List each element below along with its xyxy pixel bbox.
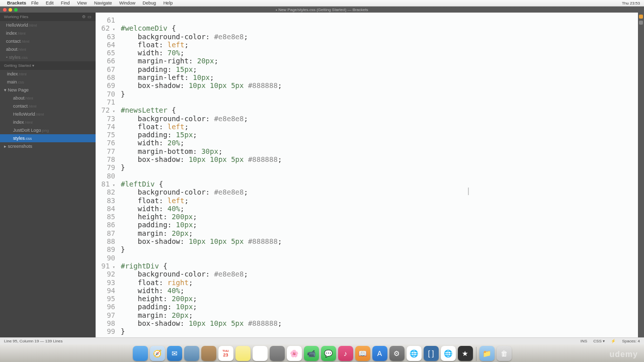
menu-items: File Edit Find View Navigate Window Debu… (31, 1, 179, 6)
working-file[interactable]: HelloWorld.html (0, 21, 96, 29)
window-title: • New Page/styles.css (Getting Started) … (276, 8, 368, 12)
code-area[interactable]: #welcomeDiv { background-color: #e8e8e8;… (121, 16, 639, 335)
working-files-header[interactable]: Working Files ⚙▭ (0, 13, 96, 21)
tree-item[interactable]: styles.css (0, 134, 96, 142)
menu-window[interactable]: Window (119, 1, 135, 6)
dock-ibooks[interactable]: 📖 (355, 346, 370, 361)
dock-notes[interactable] (235, 346, 251, 361)
dock-reminders[interactable] (253, 346, 268, 361)
tree-item[interactable]: main.css (0, 78, 96, 86)
working-file[interactable]: index.html (0, 29, 96, 37)
menu-navigate[interactable]: Navigate (94, 1, 112, 6)
right-toolbar (638, 13, 644, 337)
cursor-position[interactable]: Line 95, Column 19 — 139 Lines (4, 339, 63, 343)
close-button[interactable] (3, 8, 7, 12)
dock-brackets[interactable]: [ ] (424, 346, 439, 361)
dock: 🧭 ✉ THU23 🌸 📹 💬 ♪ 📖 A ⚙ 🌐 [ ] 🌐 ★ 📁 🗑 (0, 344, 644, 362)
menu-find[interactable]: Find (61, 1, 70, 6)
gear-icon[interactable]: ⚙ (82, 15, 86, 19)
menu-view[interactable]: View (77, 1, 87, 6)
text-cursor (468, 188, 469, 195)
minimize-button[interactable] (9, 8, 12, 12)
menu-debug[interactable]: Debug (143, 1, 156, 6)
dock-trash[interactable]: 🗑 (497, 346, 512, 361)
code-editor[interactable]: 6162 ▾63646566676869707172 ▾737475767778… (96, 13, 644, 337)
lint-icon[interactable]: ⚡ (611, 339, 616, 343)
dock-photos[interactable]: 🌸 (287, 346, 302, 361)
line-gutter[interactable]: 6162 ▾63646566676869707172 ▾737475767778… (96, 16, 118, 335)
indent-mode[interactable]: Spaces: 4 (622, 339, 640, 343)
statusbar: Line 95, Column 19 — 139 Lines INS CSS ▾… (0, 337, 644, 344)
dock-launchpad[interactable] (270, 346, 285, 361)
app-menu[interactable]: Brackets (7, 1, 26, 6)
working-file[interactable]: • styles.css (0, 53, 96, 61)
insert-mode[interactable]: INS (581, 339, 587, 343)
dock-preview[interactable] (184, 346, 199, 361)
dock-settings[interactable]: ⚙ (389, 346, 405, 361)
tree-item[interactable]: HelloWorld.html (0, 110, 96, 118)
dock-calendar[interactable]: THU23 (218, 346, 233, 361)
traffic-lights (3, 8, 18, 12)
language-mode[interactable]: CSS ▾ (593, 339, 605, 343)
menubar-status: Thu 23:53 (618, 1, 640, 6)
window-titlebar: • New Page/styles.css (Getting Started) … (0, 7, 644, 13)
dock-mail[interactable]: ✉ (167, 346, 182, 361)
dock-finder[interactable] (133, 346, 148, 361)
tree-item[interactable]: index.html (0, 70, 96, 78)
menu-help[interactable]: Help (164, 1, 173, 6)
dock-facetime[interactable]: 📹 (304, 346, 319, 361)
live-preview-icon[interactable] (639, 15, 643, 19)
dock-messages[interactable]: 💬 (321, 346, 336, 361)
mac-menubar: Brackets File Edit Find View Navigate Wi… (0, 0, 644, 7)
extensions-icon[interactable] (639, 21, 643, 25)
project-header[interactable]: Getting Started ▾ (0, 61, 96, 70)
tree-item[interactable]: JustDoIt Logo.png (0, 126, 96, 134)
dock-chrome-canary[interactable]: 🌐 (441, 346, 456, 361)
working-file[interactable]: about.html (0, 45, 96, 53)
dock-imovie[interactable]: ★ (458, 346, 473, 361)
tree-item[interactable]: ▸ screenshots (0, 142, 96, 150)
working-files-label: Working Files (4, 15, 28, 19)
watermark: udemy (609, 350, 638, 359)
menu-edit[interactable]: Edit (46, 1, 54, 6)
dock-itunes[interactable]: ♪ (338, 346, 353, 361)
tree-item[interactable]: contact.html (0, 102, 96, 110)
dock-downloads[interactable]: 📁 (479, 346, 495, 361)
dock-chrome[interactable]: 🌐 (407, 346, 422, 361)
tree-item[interactable]: ▾ New Page (0, 86, 96, 94)
sidebar: Working Files ⚙▭ HelloWorld.htmlindex.ht… (0, 13, 96, 337)
tree-item[interactable]: index.html (0, 118, 96, 126)
working-file[interactable]: contact.html (0, 37, 96, 45)
project-label: Getting Started ▾ (4, 63, 34, 68)
split-icon[interactable]: ▭ (88, 15, 92, 19)
dock-contacts[interactable] (201, 346, 216, 361)
dock-appstore[interactable]: A (372, 346, 387, 361)
dock-safari[interactable]: 🧭 (150, 346, 165, 361)
clock[interactable]: Thu 23:53 (622, 1, 640, 6)
menu-file[interactable]: File (31, 1, 39, 6)
tree-item[interactable]: about.html (0, 94, 96, 102)
maximize-button[interactable] (14, 8, 18, 12)
